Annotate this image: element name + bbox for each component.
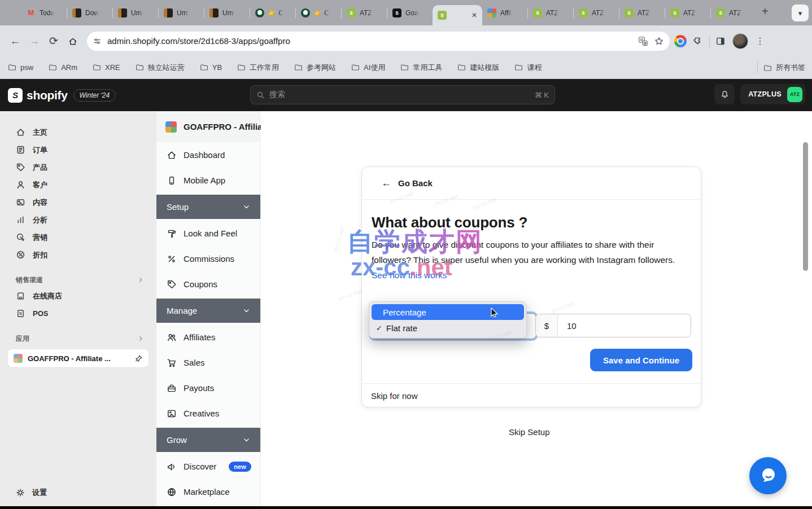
app-nav-section-manage[interactable]: Manage: [156, 299, 260, 323]
all-bookmarks[interactable]: 所有书签: [757, 56, 805, 79]
sales-channels-header[interactable]: 销售渠道: [0, 273, 156, 287]
home-icon[interactable]: [63, 32, 82, 51]
app-nav-item-affiliates[interactable]: Affiliates: [156, 324, 260, 350]
browser-tab[interactable]: sATZ: [711, 0, 756, 25]
bookmark-folder[interactable]: 参考网站: [294, 63, 336, 73]
browser-tab[interactable]: 👉 C: [250, 0, 295, 25]
see-how-link[interactable]: See how this works: [372, 270, 447, 280]
tab-title: ATZ: [683, 9, 696, 17]
bookmark-folder[interactable]: 课程: [514, 63, 542, 73]
browser-tab[interactable]: 👉 C: [296, 0, 341, 25]
tab-search-chevron-button[interactable]: ▾: [792, 5, 809, 21]
bookmark-folder[interactable]: 常用工具: [400, 63, 442, 73]
app-nav-item-dashboard[interactable]: Dashboard: [156, 142, 260, 168]
browser-tab[interactable]: Dow: [67, 0, 112, 25]
app-nav-item-look-and-feel[interactable]: Look and Feel: [156, 221, 260, 246]
chat-widget-button[interactable]: [749, 457, 787, 494]
browser-avatar[interactable]: [732, 33, 748, 49]
forward-icon[interactable]: →: [25, 32, 44, 51]
browser-tab[interactable]: sATZ: [574, 0, 619, 25]
tab-close-icon[interactable]: ✕: [472, 11, 477, 19]
app-nav-item-discover[interactable]: Discovernew: [156, 454, 260, 479]
sidebar-item[interactable]: 订单: [0, 141, 156, 159]
back-icon[interactable]: ←: [6, 32, 25, 51]
bookmark-folder[interactable]: AI使用: [351, 63, 385, 73]
account-menu[interactable]: ATZPLUS ATZ: [740, 84, 805, 104]
translate-icon[interactable]: G: [638, 36, 648, 46]
sidebar-channel-item[interactable]: 在线商店: [0, 287, 156, 305]
skip-for-now-button[interactable]: Skip for now: [362, 383, 701, 407]
app-nav-item-payouts[interactable]: Payouts: [156, 375, 260, 401]
app-nav-item-creatives[interactable]: Creatives: [156, 401, 260, 426]
folder-icon: [457, 63, 466, 72]
browser-tab[interactable]: sATZ: [665, 0, 710, 25]
site-settings-icon[interactable]: [93, 37, 102, 46]
all-bookmarks-folder[interactable]: 所有书签: [763, 63, 805, 73]
bookmark-folder[interactable]: ARm: [49, 63, 77, 72]
app-nav-item-sales[interactable]: Sales: [156, 350, 260, 375]
book-favicon: [164, 8, 173, 17]
tab-title: ATZ: [729, 9, 741, 17]
amount-input[interactable]: 10: [558, 314, 691, 337]
browser-tab[interactable]: sATZ: [342, 0, 387, 25]
app-nav-section-grow[interactable]: Grow: [156, 428, 260, 452]
sidebar-item[interactable]: 产品: [0, 159, 156, 176]
browser-tab[interactable]: MToda: [21, 0, 67, 25]
sidebar-item-settings[interactable]: 设置: [0, 484, 156, 501]
app-nav-item-coupons[interactable]: Coupons: [156, 271, 260, 297]
browser-tab[interactable]: sGoa: [387, 0, 433, 25]
sidebar-item[interactable]: 内容: [0, 194, 156, 211]
apps-header[interactable]: 应用: [0, 331, 156, 346]
tab-title: Goa: [405, 9, 418, 17]
shopify-logo[interactable]: S shopify: [8, 88, 68, 103]
browser-tab[interactable]: Umi: [113, 0, 158, 25]
skip-setup-link[interactable]: Skip Setup: [509, 427, 550, 437]
app-nav-section-setup[interactable]: Setup: [156, 195, 260, 219]
goaffpro-app-icon: [14, 354, 23, 363]
bookmark-label: ARm: [61, 63, 77, 72]
app-nav-item-mobile-app[interactable]: Mobile App: [156, 168, 260, 193]
bookmark-folder[interactable]: 建站模版: [457, 63, 499, 73]
extensions-puzzle-icon[interactable]: [693, 36, 704, 46]
go-back-button[interactable]: ← Go Back: [362, 167, 701, 200]
app-nav-item-marketplace[interactable]: Marketplace: [156, 479, 260, 504]
admin-search-input[interactable]: 搜索 ⌘ K: [250, 85, 555, 104]
address-bar[interactable]: admin.shopify.com/store/2d1c68-3/apps/go…: [87, 32, 670, 51]
browser-tab[interactable]: Umi: [159, 0, 204, 25]
dropdown-option-percentage[interactable]: Percentage: [372, 304, 524, 320]
bookmark-folder[interactable]: 独立站运营: [136, 63, 185, 73]
browser-tab[interactable]: Affil: [482, 0, 527, 25]
bookmark-folder[interactable]: YB: [200, 63, 222, 72]
svg-text:S: S: [19, 311, 22, 316]
url-text[interactable]: admin.shopify.com/store/2d1c68-3/apps/go…: [107, 36, 638, 46]
sidebar-item[interactable]: 主页: [0, 124, 156, 141]
chrome-profile-icon[interactable]: [674, 35, 687, 47]
bookmark-star-icon[interactable]: [654, 36, 664, 46]
save-and-continue-button[interactable]: Save and Continue: [590, 349, 692, 371]
bookmark-folder[interactable]: XRE: [93, 63, 120, 72]
browser-tab[interactable]: sATZ: [619, 0, 665, 25]
active-tab[interactable]: s✕: [433, 5, 482, 25]
sidebar-item[interactable]: 营销: [0, 229, 156, 246]
sidebar-item-label: 营销: [33, 232, 47, 243]
notifications-button[interactable]: [714, 84, 735, 104]
app-nav-item-commissions[interactable]: Commissions: [156, 246, 260, 271]
sidebar-item[interactable]: 折扣: [0, 246, 156, 264]
dropdown-option-flat-rate[interactable]: ✓Flat rate: [372, 320, 524, 336]
pin-icon[interactable]: [134, 354, 143, 363]
tab-title: 👉 C: [268, 9, 283, 17]
browser-tab[interactable]: Umi: [204, 0, 250, 25]
browser-menu-icon[interactable]: ⋮: [750, 32, 770, 51]
side-panel-icon[interactable]: [715, 36, 726, 46]
sidebar-channel-item[interactable]: SPOS: [0, 305, 156, 322]
sidebar-item-goaffpro-selected[interactable]: GOAFFPRO - Affiliate ...: [8, 349, 149, 367]
sidebar-item[interactable]: 客户: [0, 176, 156, 194]
bookmark-folder[interactable]: psw: [8, 63, 33, 72]
new-tab-button[interactable]: +: [756, 5, 774, 20]
bookmark-folder[interactable]: 工作常用: [237, 63, 279, 73]
reload-icon[interactable]: ⟳: [44, 32, 63, 51]
home-icon: [16, 128, 25, 137]
scrollbar-thumb[interactable]: [803, 142, 808, 271]
browser-tab[interactable]: sATZ: [528, 0, 573, 25]
sidebar-item[interactable]: 分析: [0, 211, 156, 229]
